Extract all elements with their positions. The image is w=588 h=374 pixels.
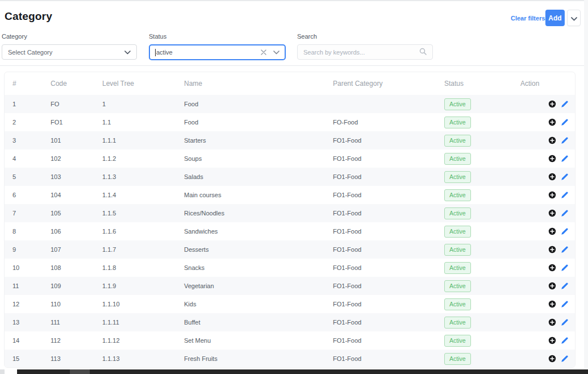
- pencil-edit-icon[interactable]: [561, 155, 568, 163]
- plus-circle-icon[interactable]: [548, 118, 556, 126]
- cell-code: 112: [51, 337, 102, 344]
- table-row: 14 112 1.1.12 Set Menu FO1-Food Active: [5, 331, 575, 350]
- status-badge: Active: [444, 280, 471, 292]
- cell-status: Active: [444, 353, 516, 365]
- pencil-edit-icon[interactable]: [561, 246, 568, 254]
- add-button[interactable]: Add: [545, 10, 565, 26]
- table-row: 12 110 1.1.10 Kids FO1-Food Active: [5, 295, 575, 313]
- plus-circle-icon[interactable]: [548, 282, 556, 290]
- cell-code: 103: [51, 173, 102, 180]
- status-badge: Active: [444, 207, 471, 219]
- column-header-num: #: [12, 80, 51, 88]
- category-filter: Category Select Category: [2, 33, 137, 60]
- cell-num: 12: [12, 301, 51, 307]
- table-row: 6 104 1.1.4 Main courses FO1-Food Active: [5, 186, 575, 204]
- table-row: 9 107 1.1.7 Desserts FO1-Food Active: [5, 240, 575, 259]
- search-input[interactable]: [303, 49, 419, 56]
- pencil-edit-icon[interactable]: [561, 173, 568, 181]
- cell-code: 102: [51, 155, 102, 162]
- cell-level-tree: 1.1.9: [102, 282, 184, 289]
- horizontal-scrollbar-thumb[interactable]: [70, 369, 90, 374]
- cell-level-tree: 1.1.8: [102, 264, 184, 271]
- cell-code: FO: [51, 101, 102, 107]
- pencil-edit-icon[interactable]: [561, 101, 568, 108]
- status-filter: Status active: [149, 33, 286, 60]
- cell-level-tree: 1.1.3: [102, 173, 184, 180]
- cell-status: Active: [444, 135, 516, 147]
- status-badge: Active: [444, 153, 471, 165]
- pencil-edit-icon[interactable]: [561, 355, 568, 363]
- table-row: 10 108 1.1.8 Snacks FO1-Food Active: [5, 259, 575, 277]
- cell-action: [516, 355, 575, 363]
- status-badge: Active: [444, 317, 471, 329]
- cell-num: 13: [12, 319, 51, 326]
- plus-circle-icon[interactable]: [548, 155, 556, 163]
- cell-code: FO1: [51, 119, 102, 126]
- cell-num: 9: [12, 246, 51, 253]
- clear-filters-link[interactable]: Clear filters: [511, 15, 545, 22]
- cell-parent-category: FO1-Food: [333, 264, 444, 271]
- pencil-edit-icon[interactable]: [561, 264, 568, 272]
- cell-parent-category: FO1-Food: [333, 228, 444, 235]
- status-filter-label: Status: [149, 33, 286, 40]
- table-row: 7 105 1.1.5 Rices/Noodles FO1-Food Activ…: [5, 204, 575, 222]
- vertical-scrollbar[interactable]: [584, 0, 588, 369]
- pencil-edit-icon[interactable]: [561, 137, 568, 144]
- plus-circle-icon[interactable]: [548, 100, 556, 108]
- pencil-edit-icon[interactable]: [561, 210, 568, 217]
- cell-code: 105: [51, 210, 102, 217]
- column-header-name: Name: [184, 80, 333, 88]
- cell-name: Buffet: [184, 319, 333, 326]
- cell-num: 10: [12, 264, 51, 271]
- cell-num: 8: [12, 228, 51, 235]
- cell-name: Rices/Noodles: [184, 210, 333, 217]
- horizontal-scrollbar[interactable]: [17, 369, 588, 374]
- pencil-edit-icon[interactable]: [561, 228, 568, 235]
- plus-circle-icon[interactable]: [548, 191, 556, 199]
- plus-circle-icon[interactable]: [548, 318, 556, 326]
- cell-status: Active: [444, 280, 516, 292]
- cell-parent-category: FO-Food: [333, 119, 444, 126]
- cell-action: [516, 173, 575, 181]
- pencil-edit-icon[interactable]: [561, 192, 568, 199]
- cell-level-tree: 1.1.1: [102, 137, 184, 144]
- category-select[interactable]: Select Category: [2, 44, 137, 60]
- status-badge: Active: [444, 226, 471, 238]
- cell-status: Active: [444, 244, 516, 256]
- cell-code: 110: [51, 301, 102, 307]
- pencil-edit-icon[interactable]: [561, 301, 568, 308]
- plus-circle-icon[interactable]: [548, 355, 556, 363]
- plus-circle-icon[interactable]: [548, 336, 556, 344]
- x-clear-icon[interactable]: [261, 49, 266, 55]
- cell-action: [516, 136, 575, 144]
- cell-parent-category: FO1-Food: [333, 173, 444, 180]
- status-badge: Active: [444, 335, 471, 347]
- cell-name: Food: [184, 119, 333, 126]
- plus-circle-icon[interactable]: [548, 264, 556, 272]
- add-dropdown-button[interactable]: [567, 10, 581, 26]
- pencil-edit-icon[interactable]: [561, 119, 568, 126]
- cell-num: 5: [12, 173, 51, 180]
- plus-circle-icon[interactable]: [548, 136, 556, 144]
- pencil-edit-icon[interactable]: [561, 282, 568, 290]
- plus-circle-icon[interactable]: [548, 246, 556, 254]
- plus-circle-icon[interactable]: [548, 173, 556, 181]
- pencil-edit-icon[interactable]: [561, 319, 568, 326]
- header-divider: [0, 65, 588, 66]
- plus-circle-icon[interactable]: [548, 209, 556, 217]
- chevron-down-icon: [571, 13, 577, 23]
- plus-circle-icon[interactable]: [548, 227, 556, 235]
- cell-status: Active: [444, 298, 516, 310]
- cell-num: 4: [12, 155, 51, 162]
- cell-num: 7: [12, 210, 51, 217]
- plus-circle-icon[interactable]: [548, 300, 556, 308]
- table-row: 2 FO1 1.1 Food FO-Food Active: [5, 113, 575, 131]
- status-combobox[interactable]: active: [149, 44, 286, 60]
- page-title: Category: [5, 10, 52, 23]
- pencil-edit-icon[interactable]: [561, 337, 568, 344]
- table-row: 1 FO 1 Food Active: [5, 95, 575, 113]
- cell-num: 15: [12, 355, 51, 362]
- status-badge: Active: [444, 98, 471, 110]
- cell-action: [516, 318, 575, 326]
- cell-status: Active: [444, 189, 516, 201]
